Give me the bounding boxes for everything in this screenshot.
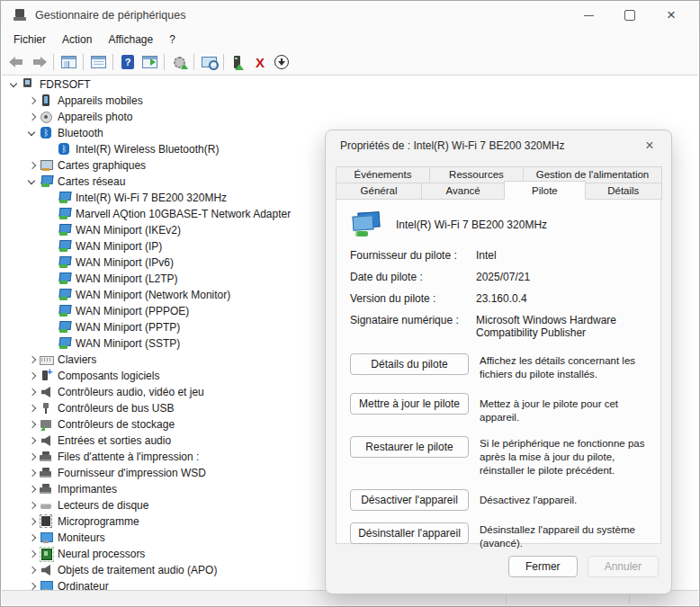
tab[interactable]: Avancé [421, 183, 505, 200]
menu-action[interactable]: Action [54, 31, 100, 49]
chevron-icon[interactable] [25, 548, 39, 560]
driver-action-button[interactable]: Désactiver l'appareil [350, 489, 469, 511]
update-driver-gear-icon[interactable] [168, 51, 190, 73]
chevron-icon[interactable] [25, 499, 39, 512]
tree-item-label: Contrôleurs de stockage [58, 418, 175, 431]
device-name: Intel(R) Wi-Fi 7 BE200 320MHz [396, 219, 547, 231]
network-icon [57, 337, 71, 350]
toolbar [2, 49, 698, 76]
chevron-icon[interactable] [25, 531, 39, 544]
chevron-icon[interactable] [43, 224, 57, 237]
driver-action-button[interactable]: Restaurer le pilote [350, 436, 469, 458]
chevron-icon[interactable] [43, 192, 57, 204]
tab-label: Pilote [532, 185, 558, 196]
mobile-icon [39, 94, 53, 107]
dialog-close-icon[interactable] [639, 135, 660, 156]
chevron-icon[interactable] [25, 434, 39, 447]
tab-label: Avancé [446, 185, 480, 196]
chevron-icon[interactable] [25, 175, 39, 188]
tab-label: Événements [354, 169, 412, 180]
driver-action-button[interactable]: Désinstaller l'appareil [350, 522, 469, 544]
tree-item-label: WAN Miniport (IPv6) [76, 256, 174, 269]
menu-help[interactable]: ? [161, 31, 184, 49]
chevron-icon[interactable] [43, 272, 57, 285]
menu-fichier[interactable]: Fichier [5, 31, 54, 49]
tree-item-label: WAN Miniport (SSTP) [76, 337, 180, 350]
chevron-icon[interactable] [43, 143, 57, 156]
back-icon[interactable] [6, 51, 28, 73]
chevron-icon[interactable] [25, 386, 39, 398]
uninstall-device-icon[interactable] [249, 51, 271, 73]
disable-device-icon[interactable] [271, 51, 292, 73]
chevron-icon[interactable] [43, 240, 57, 253]
driver-action-button[interactable]: Mettre à jour le pilote [350, 393, 469, 415]
menu-affichage[interactable]: Affichage [100, 31, 161, 49]
tree-item-label: WAN Miniport (Network Monitor) [76, 289, 230, 301]
console-tree-icon[interactable] [58, 51, 79, 73]
tree-item[interactable]: FDRSOFT [2, 76, 698, 93]
chevron-icon[interactable] [43, 305, 57, 317]
tree-item-label: Intel(R) Wireless Bluetooth(R) [76, 143, 219, 156]
driver-action-button[interactable]: Détails du pilote [350, 353, 469, 375]
chevron-icon[interactable] [25, 467, 39, 479]
chevron-icon[interactable] [25, 451, 39, 463]
driver-action-description: Désinstallez l'appareil du système (avan… [480, 522, 649, 550]
chevron-icon[interactable] [25, 418, 39, 431]
tab[interactable]: Pilote [504, 181, 585, 200]
chevron-icon[interactable] [25, 159, 39, 172]
close-button[interactable] [651, 2, 692, 29]
chevron-icon[interactable] [25, 402, 39, 415]
chevron-icon[interactable] [25, 580, 39, 590]
network-icon [57, 289, 71, 301]
tree-item-label: Ordinateur [58, 580, 109, 590]
driver-action-description: Mettez à jour le pilote pour cet apparei… [480, 393, 649, 424]
usb-icon [39, 402, 53, 415]
update-driver-device-icon[interactable] [228, 51, 249, 73]
tree-item-label: Appareils mobiles [58, 94, 143, 107]
driver-field-row: Date du pilote : 2025/07/21 [350, 271, 649, 283]
chevron-icon[interactable] [25, 111, 39, 123]
tab[interactable]: Général [336, 183, 422, 200]
tree-item-label: Cartes graphiques [58, 159, 146, 172]
network-icon [57, 256, 71, 269]
fermer-button[interactable]: Fermer [508, 556, 578, 577]
tree-item-label: WAN Miniport (PPPOE) [76, 305, 189, 317]
chevron-icon[interactable] [43, 289, 57, 301]
tree-item-label: Imprimantes [58, 483, 117, 495]
tab-label: Détails [607, 185, 639, 196]
console-list-icon[interactable] [87, 51, 109, 73]
chevron-icon[interactable] [25, 370, 39, 382]
tree-item-label: Moniteurs [58, 531, 105, 544]
tab[interactable]: Événements [336, 166, 430, 183]
chevron-icon[interactable] [43, 337, 57, 350]
chevron-icon[interactable] [25, 353, 39, 366]
field-label: Date du pilote : [350, 271, 476, 283]
action-pane-icon[interactable] [139, 51, 160, 73]
tree-item-label: FDRSOFT [40, 78, 91, 91]
tab[interactable]: Détails [585, 183, 662, 200]
chevron-icon[interactable] [25, 515, 39, 528]
scan-hardware-changes-icon[interactable] [198, 51, 220, 73]
tree-item[interactable]: Appareils photo [2, 109, 698, 125]
chevron-icon[interactable] [43, 321, 57, 334]
camera-icon [39, 111, 53, 123]
speaker-icon [39, 386, 53, 398]
tree-item[interactable]: Appareils mobiles [2, 93, 698, 109]
printer-icon [39, 483, 53, 495]
forward-icon[interactable] [28, 51, 49, 73]
keyboard-icon [39, 353, 53, 366]
chevron-icon[interactable] [43, 208, 57, 220]
maximize-button[interactable] [609, 2, 651, 29]
chevron-icon[interactable] [7, 78, 21, 91]
chevron-icon[interactable] [25, 127, 39, 139]
chevron-icon[interactable] [25, 94, 39, 107]
tree-item-label: Fournisseur d'impression WSD [58, 467, 206, 479]
annuler-button[interactable]: Annuler [588, 556, 659, 577]
chevron-icon[interactable] [43, 256, 57, 269]
chevron-icon[interactable] [25, 564, 39, 576]
chevron-icon[interactable] [25, 483, 39, 495]
minimize-button[interactable] [568, 2, 609, 29]
help-icon[interactable] [117, 51, 139, 73]
field-label: Signataire numérique : [350, 314, 476, 339]
tab-label: Ressources [449, 169, 504, 180]
